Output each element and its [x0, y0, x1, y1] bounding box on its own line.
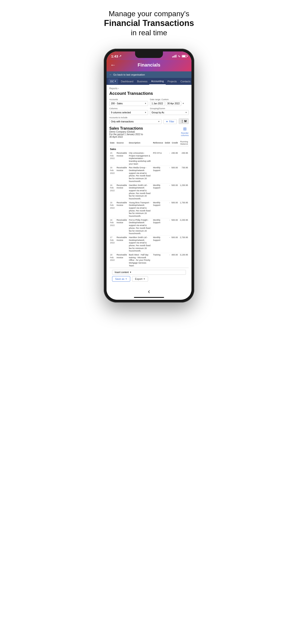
- hero-line1: Manage your company's: [104, 9, 194, 18]
- battery-icon: [182, 55, 187, 58]
- row-date: 16 Feb 2022: [109, 218, 116, 236]
- columns-select[interactable]: 9 columns selected ▼: [109, 110, 148, 115]
- table-row[interactable]: 16 Feb 2022 Receivable Invoice Hamilton …: [109, 183, 189, 201]
- nav-projects[interactable]: Projects: [166, 78, 179, 84]
- page-title: Account Transactions: [109, 91, 189, 96]
- web-content: ← Go back to last organisation DC ▼ Dash…: [107, 72, 191, 286]
- insert-content-button[interactable]: Insert content ▼: [112, 270, 186, 275]
- accounts-include-chevron-icon: ▼: [158, 120, 160, 123]
- go-back-bar[interactable]: ← Go back to last organisation: [107, 72, 191, 78]
- row-debit: -: [164, 183, 171, 201]
- table-row[interactable]: 18 Feb 2022 Receivable Invoice Bank West…: [109, 253, 189, 268]
- table-row[interactable]: 17 Feb 2022 Receivable Invoice Hamilton …: [109, 236, 189, 253]
- accounts-include-select[interactable]: Only with transactions ▼: [109, 119, 162, 124]
- accounts-include-label: Accounts to include: [109, 116, 162, 119]
- grouping-chevron-icon: ▼: [185, 112, 187, 114]
- home-indicator: [134, 297, 164, 298]
- row-debit: -: [164, 201, 171, 218]
- row-credit: 400.00: [171, 253, 179, 268]
- dc-selector[interactable]: DC ▼: [108, 78, 118, 84]
- col-credit: Credit: [171, 140, 179, 146]
- filter-row-1: Accounts 200 - Sales ▼ Date range: Custo…: [109, 98, 189, 106]
- transactions-table: Date Source Description Reference Debit …: [109, 140, 189, 268]
- col-reference: Reference: [152, 140, 164, 146]
- table-row[interactable]: 16 Feb 2022 Receivable Invoice Rex Media…: [109, 166, 189, 183]
- phone-device: 1:43 ↗ ∿ ←: [104, 49, 194, 303]
- wifi-icon: ∿: [178, 54, 180, 58]
- row-source: Receivable Invoice: [116, 218, 128, 236]
- table-row[interactable]: 16 Feb 2022 Receivable Invoice Port & Ph…: [109, 218, 189, 236]
- filter-icon: ▼: [166, 120, 168, 123]
- reorder-columns-button[interactable]: ⊞ Reorder columns: [181, 126, 189, 136]
- row-credit: 230.95: [171, 152, 179, 166]
- nav-contacts[interactable]: Contacts: [178, 78, 191, 84]
- row-balance: 2,730.95: [178, 236, 189, 253]
- date-chevron-icon: ▼: [182, 102, 184, 104]
- more-button[interactable]: ⋮ M: [179, 118, 189, 124]
- date-from-input[interactable]: 1 Jan 2022: [150, 101, 165, 106]
- period-line2: 30 April 2022: [109, 136, 143, 138]
- row-debit: -: [164, 253, 171, 268]
- phone-nav-bar: ‹: [107, 286, 191, 296]
- status-time: 1:43 ↗: [111, 54, 121, 58]
- hero-line2: Financial Transactions: [104, 18, 194, 28]
- row-credit: 500.00: [171, 166, 179, 183]
- nav-accounting[interactable]: Accounting: [149, 78, 165, 85]
- signal-icon: [172, 55, 176, 58]
- export-button[interactable]: Export ▼: [132, 276, 148, 282]
- row-date: 18 Feb 2022: [109, 253, 116, 268]
- reorder-icon: ⊞: [183, 126, 187, 132]
- filter-button[interactable]: ▼ Filter: [163, 119, 177, 124]
- columns-filter-group: Columns 9 columns selected ▼: [109, 107, 148, 115]
- row-date: 15 Feb 2022: [109, 152, 116, 166]
- row-reference: Monthly Support: [152, 236, 164, 253]
- app-header: ← Financials: [107, 60, 191, 72]
- status-icons: ∿: [172, 54, 187, 58]
- row-description: Rex Media Group - Desktop/network suppor…: [128, 166, 152, 183]
- row-balance: 1,730.95: [178, 201, 189, 218]
- filters-section: Accounts 200 - Sales ▼ Date range: Custo…: [109, 98, 189, 124]
- nav-business[interactable]: Business: [135, 78, 149, 84]
- row-reference: P/O 9711: [152, 152, 164, 166]
- save-chevron-icon: ▼: [125, 278, 127, 280]
- accounts-include-group: Accounts to include Only with transactio…: [109, 116, 162, 124]
- row-description: Port & Philip Freight - Desktop/network …: [128, 218, 152, 236]
- accounts-filter-group: Accounts 200 - Sales ▼: [109, 98, 148, 106]
- row-date: 16 Feb 2022: [109, 201, 116, 218]
- row-debit: -: [164, 152, 171, 166]
- hero-line3: in real time: [104, 28, 194, 37]
- breadcrumb: Reports ›: [109, 87, 189, 90]
- row-date: 17 Feb 2022: [109, 236, 116, 253]
- phone-screen: 1:43 ↗ ∿ ←: [107, 52, 191, 300]
- table-row[interactable]: 16 Feb 2022 Receivable Invoice Young Bro…: [109, 201, 189, 218]
- insert-chevron-icon: ▼: [130, 271, 132, 273]
- col-date: Date: [109, 140, 116, 146]
- row-reference: Monthly Support: [152, 218, 164, 236]
- row-credit: 500.00: [171, 201, 179, 218]
- col-source: Source: [116, 140, 128, 146]
- row-balance: 3,130.95: [178, 253, 189, 268]
- go-back-arrow-icon: ←: [109, 73, 112, 76]
- action-buttons: Save as ▼ Export ▼: [112, 276, 186, 282]
- grouping-select[interactable]: Group by Ac ▼: [150, 110, 189, 115]
- date-range-inputs: 1 Jan 2022 30 Apr 2022 ▼: [150, 101, 189, 106]
- notch: [135, 52, 163, 58]
- table-row[interactable]: 15 Feb 2022 Receivable Invoice City Limo…: [109, 152, 189, 166]
- phone-back-button[interactable]: ‹: [148, 288, 150, 295]
- accounts-label: Accounts: [109, 98, 148, 100]
- report-content: Reports › Account Transactions Accounts …: [107, 85, 191, 286]
- row-reference: Monthly Support: [152, 183, 164, 201]
- accounts-chevron-icon: ▼: [145, 102, 146, 104]
- back-button[interactable]: ←: [110, 62, 116, 68]
- row-description: Bank West - Half day training - Microsof…: [128, 253, 152, 268]
- col-debit: Debit: [164, 140, 171, 146]
- nav-dashboard[interactable]: Dashboard: [119, 78, 135, 84]
- report-header: Sales Transactions Demo Company (Global)…: [109, 126, 189, 138]
- row-description: City Limousines - Project management & i…: [128, 152, 152, 166]
- grouping-filter-group: Grouping/Summ Group by Ac ▼: [150, 107, 189, 115]
- accounts-select[interactable]: 200 - Sales ▼: [109, 101, 148, 106]
- row-balance: 230.95: [178, 152, 189, 166]
- row-source: Receivable Invoice: [116, 166, 128, 183]
- date-to-input[interactable]: 30 Apr 2022: [166, 101, 181, 106]
- save-as-button[interactable]: Save as ▼: [112, 276, 130, 282]
